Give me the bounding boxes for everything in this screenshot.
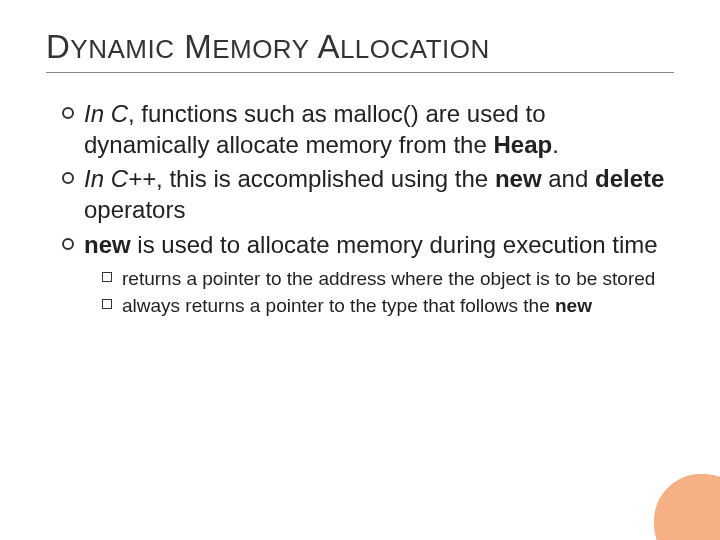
title-underline: DYNAMIC MEMORY ALLOCATION [46, 28, 674, 73]
corner-decoration [650, 470, 720, 540]
sub-1-text: returns a pointer to the address where t… [122, 268, 655, 289]
bullet-item: In C, functions such as malloc() are use… [62, 99, 670, 160]
sub-bullet-list: returns a pointer to the address where t… [84, 267, 670, 319]
bullet-list: In C, functions such as malloc() are use… [46, 99, 674, 319]
slide-title: DYNAMIC MEMORY ALLOCATION [46, 28, 674, 66]
bullet-1-bold: Heap [493, 131, 552, 158]
corner-circle-icon [654, 474, 720, 540]
title-word-3-cap: A [317, 28, 340, 65]
bullet-2-text: , this is accomplished using the [156, 165, 495, 192]
title-word-3-rest: LLOCATION [340, 34, 490, 64]
bullet-2-italic: In C++ [84, 165, 156, 192]
sub-bullet-item: returns a pointer to the address where t… [102, 267, 670, 292]
title-word-2-rest: EMORY [212, 34, 309, 64]
sub-2-bold: new [555, 295, 592, 316]
bullet-2-bold-delete: delete [595, 165, 664, 192]
sub-bullet-item: always returns a pointer to the type tha… [102, 294, 670, 319]
bullet-1-end: . [552, 131, 559, 158]
bullet-2-bold-new: new [495, 165, 542, 192]
bullet-1-text: , functions such as malloc() are used to… [84, 100, 546, 158]
bullet-2-and: and [542, 165, 595, 192]
bullet-3-text: is used to allocate memory during execut… [131, 231, 658, 258]
bullet-1-italic: In C [84, 100, 128, 127]
bullet-2-end: operators [84, 196, 185, 223]
title-word-1-rest: YNAMIC [70, 34, 174, 64]
bullet-3-bold: new [84, 231, 131, 258]
title-word-1-cap: D [46, 28, 70, 65]
title-word-2-cap: M [184, 28, 212, 65]
bullet-item: new is used to allocate memory during ex… [62, 230, 670, 319]
bullet-item: In C++, this is accomplished using the n… [62, 164, 670, 225]
sub-2-text: always returns a pointer to the type tha… [122, 295, 555, 316]
slide: DYNAMIC MEMORY ALLOCATION In C, function… [0, 0, 720, 540]
